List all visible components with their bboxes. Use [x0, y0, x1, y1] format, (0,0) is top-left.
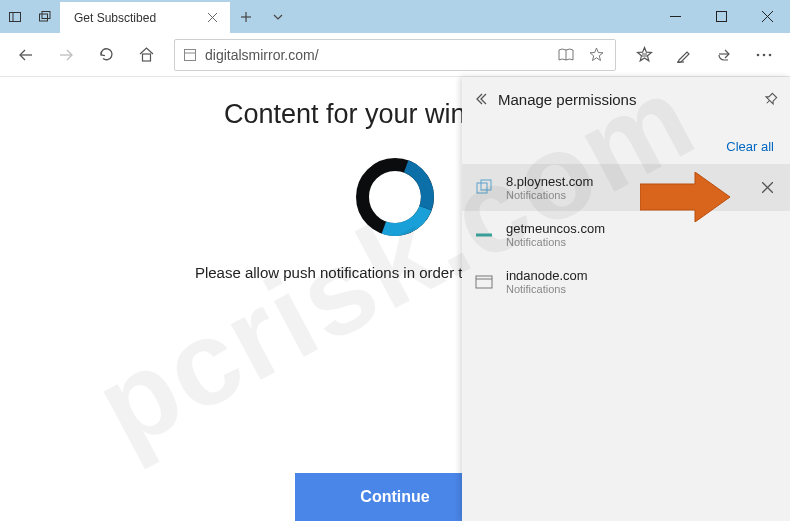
permission-type: Notifications — [506, 283, 778, 295]
permission-item[interactable]: 8.ploynest.comNotifications — [462, 164, 790, 211]
svg-line-27 — [767, 100, 770, 103]
permission-item[interactable]: getmeuncos.comNotifications — [462, 211, 790, 258]
panel-header: Manage permissions — [462, 77, 790, 121]
svg-rect-0 — [10, 12, 21, 21]
favorite-star-icon[interactable] — [585, 47, 607, 62]
forward-button[interactable] — [48, 37, 84, 73]
permissions-panel: Manage permissions Clear all 8.ploynest.… — [462, 77, 790, 521]
share-button[interactable] — [706, 37, 742, 73]
svg-rect-14 — [142, 54, 150, 61]
home-button[interactable] — [128, 37, 164, 73]
multi-window-icon[interactable] — [30, 0, 60, 33]
toolbar — [0, 33, 790, 77]
browser-tab[interactable]: Get Subsctibed — [60, 2, 230, 33]
svg-rect-3 — [42, 11, 50, 18]
favorites-button[interactable] — [626, 37, 662, 73]
reading-view-icon[interactable] — [555, 48, 577, 62]
permission-type: Notifications — [506, 236, 778, 248]
tab-menu-button[interactable] — [262, 11, 294, 23]
site-icon — [474, 225, 494, 245]
site-icon — [474, 178, 494, 198]
titlebar-left-buttons — [0, 0, 60, 33]
svg-rect-15 — [185, 49, 196, 60]
clear-all-button[interactable]: Clear all — [726, 139, 774, 154]
svg-point-24 — [757, 53, 760, 56]
permissions-list: 8.ploynest.comNotificationsgetmeuncos.co… — [462, 164, 790, 305]
permission-domain: getmeuncos.com — [506, 221, 778, 236]
back-button[interactable] — [8, 37, 44, 73]
more-button[interactable] — [746, 37, 782, 73]
permission-item[interactable]: indanode.comNotifications — [462, 258, 790, 305]
remove-permission-icon[interactable] — [756, 177, 778, 199]
close-window-button[interactable] — [744, 0, 790, 33]
site-info-icon[interactable] — [183, 48, 197, 62]
svg-rect-28 — [477, 183, 487, 193]
tab-title: Get Subsctibed — [74, 11, 204, 25]
svg-rect-29 — [481, 180, 491, 190]
panel-actions: Clear all — [462, 121, 790, 164]
loading-spinner-icon — [356, 158, 434, 236]
maximize-button[interactable] — [698, 0, 744, 33]
svg-marker-18 — [590, 48, 603, 61]
permission-domain: indanode.com — [506, 268, 778, 283]
site-icon — [474, 272, 494, 292]
minimize-button[interactable] — [652, 0, 698, 33]
permission-text: getmeuncos.comNotifications — [506, 221, 778, 248]
svg-rect-33 — [476, 276, 492, 288]
svg-rect-9 — [716, 12, 726, 22]
close-tab-icon[interactable] — [204, 10, 220, 26]
url-input[interactable] — [205, 47, 547, 63]
permission-text: 8.ploynest.comNotifications — [506, 174, 744, 201]
window-controls — [652, 0, 790, 33]
sidebar-icon[interactable] — [0, 0, 30, 33]
svg-point-25 — [763, 53, 766, 56]
permission-type: Notifications — [506, 189, 744, 201]
refresh-button[interactable] — [88, 37, 124, 73]
new-tab-button[interactable] — [230, 11, 262, 23]
svg-point-26 — [769, 53, 772, 56]
notes-button[interactable] — [666, 37, 702, 73]
svg-rect-2 — [40, 14, 48, 21]
titlebar: Get Subsctibed — [0, 0, 790, 33]
tab-actions — [230, 0, 294, 33]
address-bar[interactable] — [174, 39, 616, 71]
panel-title: Manage permissions — [498, 91, 754, 108]
panel-back-icon[interactable] — [474, 92, 488, 106]
permission-text: indanode.comNotifications — [506, 268, 778, 295]
pin-icon[interactable] — [764, 92, 778, 106]
permission-domain: 8.ploynest.com — [506, 174, 744, 189]
